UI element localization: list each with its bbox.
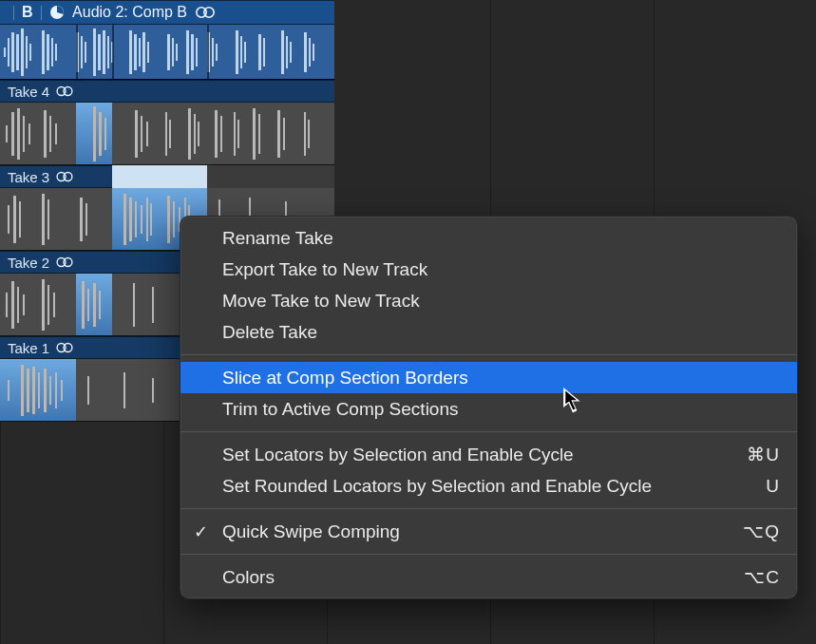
svg-rect-13 bbox=[47, 34, 49, 70]
comp-letter[interactable]: B bbox=[22, 4, 33, 21]
svg-point-81 bbox=[64, 172, 72, 180]
svg-rect-93 bbox=[146, 198, 148, 241]
svg-rect-6 bbox=[8, 38, 9, 66]
divider bbox=[13, 6, 14, 20]
svg-rect-11 bbox=[29, 44, 31, 61]
svg-rect-129 bbox=[87, 376, 89, 405]
svg-rect-92 bbox=[141, 205, 142, 234]
svg-rect-121 bbox=[21, 365, 24, 416]
svg-rect-127 bbox=[55, 372, 57, 408]
svg-rect-43 bbox=[281, 30, 284, 74]
svg-point-119 bbox=[64, 343, 72, 351]
svg-rect-25 bbox=[134, 34, 137, 70]
svg-rect-128 bbox=[61, 380, 63, 401]
divider bbox=[41, 6, 42, 20]
comp-header[interactable]: B Audio 2: Comp B bbox=[0, 0, 334, 25]
menu-separator bbox=[180, 508, 797, 509]
svg-rect-21 bbox=[103, 30, 105, 74]
svg-rect-18 bbox=[85, 42, 86, 63]
menu-set-rounded-locators[interactable]: Set Rounded Locators by Selection and En… bbox=[180, 470, 797, 502]
menu-rename-take[interactable]: Rename Take bbox=[180, 222, 797, 254]
svg-rect-69 bbox=[198, 122, 199, 146]
svg-rect-40 bbox=[244, 42, 246, 63]
menu-label: Quick Swipe Comping bbox=[222, 521, 400, 542]
svg-rect-9 bbox=[21, 28, 24, 76]
svg-rect-123 bbox=[32, 367, 35, 414]
svg-rect-58 bbox=[55, 123, 57, 144]
take-context-menu[interactable]: Rename Take Export Take to New Track Mov… bbox=[180, 216, 798, 599]
comp-section-highlight[interactable] bbox=[112, 165, 207, 188]
svg-rect-55 bbox=[28, 123, 30, 144]
comp-waveform[interactable] bbox=[0, 25, 334, 80]
svg-rect-37 bbox=[216, 44, 218, 61]
svg-rect-45 bbox=[290, 42, 292, 63]
menu-shortcut: ⌘U bbox=[747, 444, 780, 465]
take-header[interactable]: Take 4 bbox=[0, 80, 334, 103]
menu-trim-to-active[interactable]: Trim to Active Comp Sections bbox=[180, 393, 797, 425]
take-body[interactable] bbox=[0, 103, 334, 165]
menu-label: Trim to Active Comp Sections bbox=[222, 399, 458, 420]
svg-rect-29 bbox=[167, 34, 170, 70]
svg-rect-73 bbox=[237, 120, 239, 148]
take-row[interactable]: Take 4 bbox=[0, 80, 334, 165]
menu-delete-take[interactable]: Delete Take bbox=[180, 316, 797, 348]
menu-label: Set Rounded Locators by Selection and En… bbox=[222, 476, 652, 497]
svg-rect-106 bbox=[11, 281, 14, 329]
svg-rect-117 bbox=[152, 287, 154, 323]
svg-rect-126 bbox=[49, 376, 51, 405]
menu-slice-at-borders[interactable]: Slice at Comp Section Borders bbox=[180, 362, 797, 393]
svg-rect-78 bbox=[304, 112, 306, 156]
svg-rect-87 bbox=[80, 198, 83, 241]
svg-rect-131 bbox=[152, 378, 154, 403]
svg-rect-86 bbox=[47, 199, 49, 239]
svg-point-104 bbox=[64, 257, 72, 266]
menu-shortcut: ⌥C bbox=[744, 566, 780, 588]
svg-rect-60 bbox=[99, 112, 102, 156]
svg-rect-57 bbox=[49, 116, 51, 152]
stereo-rings-icon bbox=[55, 255, 74, 271]
svg-rect-51 bbox=[6, 125, 8, 142]
svg-rect-67 bbox=[188, 108, 191, 160]
take-label: Take 2 bbox=[8, 255, 49, 271]
svg-rect-116 bbox=[133, 283, 135, 327]
menu-set-locators[interactable]: Set Locators by Selection and Enable Cyc… bbox=[180, 439, 797, 470]
svg-rect-59 bbox=[93, 106, 96, 161]
svg-rect-72 bbox=[234, 112, 236, 156]
svg-rect-84 bbox=[19, 201, 21, 237]
menu-colors[interactable]: Colors⌥C bbox=[180, 561, 797, 593]
menu-label: Set Locators by Selection and Enable Cyc… bbox=[222, 445, 574, 465]
svg-rect-82 bbox=[8, 205, 9, 234]
svg-rect-71 bbox=[220, 116, 222, 152]
svg-rect-114 bbox=[93, 283, 96, 327]
svg-rect-125 bbox=[44, 369, 47, 412]
take-label: Take 3 bbox=[8, 169, 49, 185]
menu-label: Colors bbox=[222, 567, 275, 588]
svg-rect-36 bbox=[212, 38, 214, 66]
svg-rect-48 bbox=[313, 44, 314, 61]
svg-rect-111 bbox=[53, 293, 55, 317]
svg-rect-110 bbox=[47, 285, 49, 325]
stereo-rings-icon bbox=[55, 340, 74, 356]
svg-rect-33 bbox=[191, 34, 194, 70]
svg-rect-68 bbox=[194, 114, 196, 154]
svg-rect-130 bbox=[123, 372, 125, 408]
svg-rect-20 bbox=[98, 34, 101, 70]
svg-rect-42 bbox=[263, 38, 265, 66]
take-folder-icon[interactable] bbox=[49, 5, 65, 20]
svg-rect-7 bbox=[11, 32, 14, 72]
svg-rect-56 bbox=[44, 110, 47, 158]
svg-rect-46 bbox=[304, 32, 307, 72]
menu-export-take[interactable]: Export Take to New Track bbox=[180, 254, 797, 285]
svg-rect-70 bbox=[215, 110, 218, 158]
checkmark-icon: ✓ bbox=[194, 521, 208, 542]
svg-rect-90 bbox=[129, 198, 132, 241]
menu-separator bbox=[180, 431, 797, 432]
stereo-rings-icon bbox=[55, 84, 74, 100]
svg-rect-88 bbox=[85, 203, 87, 236]
menu-quick-swipe-comping[interactable]: ✓Quick Swipe Comping⌥Q bbox=[180, 516, 797, 547]
svg-rect-109 bbox=[42, 279, 45, 331]
menu-move-take[interactable]: Move Take to New Track bbox=[180, 285, 797, 316]
svg-rect-95 bbox=[167, 196, 170, 243]
svg-rect-96 bbox=[173, 201, 175, 237]
svg-rect-39 bbox=[240, 36, 242, 68]
